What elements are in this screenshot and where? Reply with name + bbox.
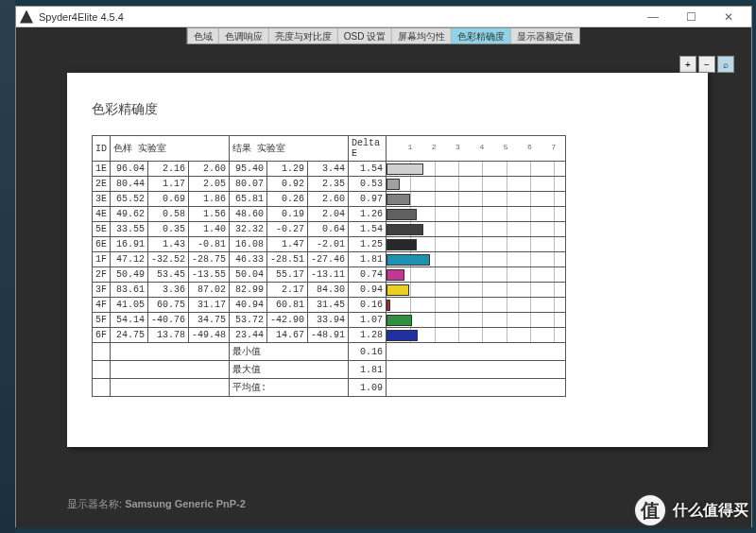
- monitor-name: Samsung Generic PnP-2: [125, 498, 246, 509]
- table-row: 1F47.12-32.52-28.7546.33-28.51-27.461.81: [93, 252, 566, 267]
- color-accuracy-table: ID色样 实验室结果 实验室Delta E1234567 1E96.042.16…: [92, 135, 566, 397]
- watermark: 值 什么值得买: [633, 493, 748, 527]
- table-row: 6E16.911.43-0.8116.081.47-2.011.25: [93, 237, 566, 252]
- table-row: 1E96.042.162.6095.401.293.441.54: [93, 162, 566, 177]
- monitor-label: 显示器名称:: [67, 498, 122, 509]
- page-title: 色彩精确度: [92, 101, 683, 118]
- app-icon: [20, 10, 33, 24]
- summary-row: 平均值:1.09: [93, 379, 566, 397]
- table-row: 3E65.520.691.8665.810.262.600.97: [93, 192, 566, 207]
- col-delta: Delta E: [349, 136, 387, 162]
- zoom-in-button[interactable]: +: [679, 56, 696, 73]
- delta-bar: [387, 224, 423, 235]
- delta-bar: [387, 239, 417, 250]
- col-sample: 色样 实验室: [111, 136, 230, 162]
- app-window: Spyder4Elite 4.5.4 — ☐ ✕ 色域色调响应亮度与对比度OSD…: [15, 6, 752, 527]
- tab-bar: 色域色调响应亮度与对比度OSD 设置屏幕均匀性色彩精确度显示器额定值: [187, 27, 580, 44]
- report-page: 色彩精确度 ID色样 实验室结果 实验室Delta E1234567 1E96.…: [67, 73, 708, 447]
- table-row: 5E33.550.351.4032.32-0.270.641.54: [93, 222, 566, 237]
- delta-bar: [387, 330, 417, 341]
- maximize-button[interactable]: ☐: [672, 8, 710, 26]
- delta-bar: [387, 194, 410, 205]
- tab-0[interactable]: 色域: [188, 28, 219, 43]
- delta-bar: [387, 163, 423, 175]
- table-row: 3F83.613.3687.0282.992.1784.300.94: [93, 283, 566, 298]
- delta-bar: [387, 269, 404, 281]
- summary-row: 最小值0.16: [93, 343, 566, 361]
- zoom-fit-button[interactable]: ⌕: [717, 56, 734, 73]
- minimize-button[interactable]: —: [634, 8, 672, 26]
- tab-6[interactable]: 显示器额定值: [511, 28, 579, 43]
- titlebar: Spyder4Elite 4.5.4 — ☐ ✕: [16, 7, 751, 27]
- zoom-out-button[interactable]: −: [698, 56, 715, 73]
- tab-4[interactable]: 屏幕均匀性: [392, 28, 452, 43]
- col-id: ID: [93, 136, 111, 162]
- delta-bar: [387, 284, 409, 296]
- tab-3[interactable]: OSD 设置: [338, 28, 392, 43]
- delta-bar: [387, 315, 412, 326]
- table-row: 4E49.620.581.5648.600.192.041.26: [93, 207, 566, 222]
- col-result: 结果 实验室: [230, 136, 349, 162]
- footer: 显示器名称: Samsung Generic PnP-2: [67, 497, 246, 511]
- tab-2[interactable]: 亮度与对比度: [269, 28, 338, 43]
- col-chart: 1234567: [387, 136, 566, 162]
- watermark-text: 什么值得买: [673, 501, 748, 521]
- app-body: 色域色调响应亮度与对比度OSD 设置屏幕均匀性色彩精确度显示器额定值 + − ⌕…: [16, 27, 751, 528]
- table-row: 6F24.7513.78-49.4823.4414.67-48.911.28: [93, 328, 566, 343]
- app-title: Spyder4Elite 4.5.4: [39, 11, 634, 23]
- table-row: 2E80.441.172.0580.070.922.350.53: [93, 177, 566, 192]
- close-button[interactable]: ✕: [710, 8, 747, 26]
- tab-5[interactable]: 色彩精确度: [452, 28, 511, 43]
- table-row: 5F54.14-40.7634.7553.72-42.9033.941.07: [93, 313, 566, 328]
- table-row: 4F41.0560.7531.1740.9460.8131.450.16: [93, 298, 566, 313]
- delta-bar: [387, 254, 430, 266]
- watermark-icon: 值: [633, 493, 667, 527]
- tab-1[interactable]: 色调响应: [219, 28, 269, 43]
- summary-row: 最大值1.81: [93, 361, 566, 379]
- delta-bar: [387, 209, 417, 220]
- table-row: 2F50.4953.45-13.5550.0455.17-13.110.74: [93, 267, 566, 283]
- zoom-toolbar: + − ⌕: [679, 56, 734, 73]
- delta-bar: [387, 300, 390, 311]
- delta-bar: [387, 179, 399, 190]
